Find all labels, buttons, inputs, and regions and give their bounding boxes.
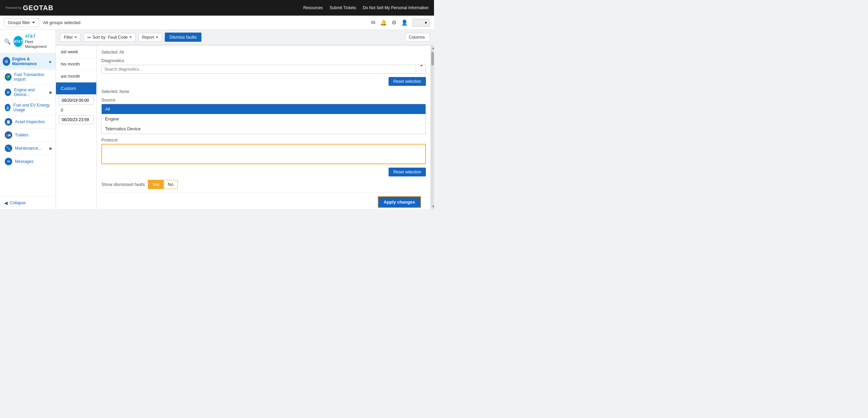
engine-section-icon: ⚙ bbox=[3, 57, 10, 66]
no-button[interactable]: No bbox=[163, 180, 178, 189]
diagnostics-search-input[interactable] bbox=[101, 65, 416, 74]
collapse-button[interactable]: ◀ Collapse bbox=[0, 196, 56, 209]
scroll-thumb[interactable] bbox=[431, 52, 434, 65]
sidebar-item-fuel-import[interactable]: 🧩 Fuel Transaction Import bbox=[0, 70, 56, 85]
source-option-all[interactable]: All bbox=[102, 104, 426, 114]
report-label: Report bbox=[142, 35, 154, 40]
source-option-engine[interactable]: Engine bbox=[102, 114, 426, 124]
sidebar-item-engine-device[interactable]: ⚙ Engine and Device... ▶ bbox=[0, 85, 56, 100]
powered-by-text: Powered by bbox=[5, 6, 22, 10]
user-icon[interactable]: 👤 bbox=[401, 19, 408, 26]
filter-caret bbox=[74, 37, 77, 38]
sidebar-header: 🔍 AT&T AT&T Fleet Management bbox=[0, 30, 56, 53]
dismiss-faults-button[interactable]: Dismiss faults bbox=[165, 33, 201, 42]
protocol-label: Protocol bbox=[101, 137, 426, 142]
engine-device-arrow: ▶ bbox=[50, 90, 52, 95]
filter-button[interactable]: Filter bbox=[60, 33, 81, 42]
report-button[interactable]: Report bbox=[138, 33, 162, 42]
asset-inspection-label: Asset Inspection bbox=[15, 119, 45, 124]
maintenance-icon: 🔧 bbox=[5, 145, 12, 152]
scroll-down-arrow[interactable]: ▼ bbox=[431, 204, 434, 209]
sort-button[interactable]: ≔ Sort by: Fault Code bbox=[83, 33, 136, 42]
section-left: ⚙ Engine & Maintenance bbox=[3, 57, 48, 66]
date-option-last-month[interactable]: ast month bbox=[56, 70, 96, 82]
sidebar-item-asset-inspection[interactable]: 📋 Asset Inspection bbox=[0, 115, 56, 129]
user-dropdown-caret: ▾ bbox=[425, 20, 427, 25]
sort-by-label: Sort by: bbox=[93, 35, 106, 40]
sort-value: Fault Code bbox=[108, 35, 128, 40]
source-label: Source bbox=[101, 97, 426, 102]
fuel-ev-icon: 💧 bbox=[5, 104, 11, 111]
filter-scrollbar[interactable]: ▲ ▼ bbox=[431, 45, 434, 209]
engine-section-header[interactable]: ⚙ Engine & Maintenance ▲ bbox=[0, 53, 56, 70]
scroll-up-arrow[interactable]: ▲ bbox=[431, 45, 434, 51]
groups-filter-button[interactable]: Groups filter bbox=[4, 18, 39, 27]
engine-collapse-arrow: ▲ bbox=[48, 59, 52, 64]
selected-none-text: Selected: None bbox=[101, 89, 426, 94]
date-option-this-month[interactable]: his month bbox=[56, 58, 96, 70]
dismissed-label: Show dismissed faults bbox=[101, 182, 145, 187]
fuel-import-label: Fuel Transaction Import bbox=[14, 72, 52, 82]
geotab-logo: Powered by GEOTAB bbox=[5, 4, 54, 12]
maintenance-label: Maintenance... bbox=[15, 146, 42, 151]
engine-device-icon: ⚙ bbox=[5, 89, 11, 96]
brand-name: GEOTAB bbox=[23, 4, 54, 12]
date-to-input[interactable] bbox=[59, 115, 94, 124]
brand-sub: Fleet Management bbox=[25, 39, 52, 49]
reset-selection-1-button[interactable]: Reset selection bbox=[389, 77, 426, 86]
groups-filter-label: Groups filter bbox=[8, 20, 30, 25]
source-listbox: All Engine Telematics Device bbox=[101, 104, 426, 134]
sidebar-item-trailers[interactable]: 🚛 Trailers bbox=[0, 129, 56, 142]
search-icon[interactable]: 🔍 bbox=[4, 38, 11, 45]
engine-section-title: Engine & Maintenance bbox=[12, 57, 48, 66]
submit-tickets-link[interactable]: Submit Tickets bbox=[330, 5, 356, 10]
maintenance-arrow: ▶ bbox=[50, 146, 52, 151]
diagnostics-row: Diagnostics bbox=[101, 58, 426, 74]
date-zero: 0 bbox=[56, 106, 96, 114]
dismiss-label: Dismiss faults bbox=[170, 35, 197, 40]
date-from-input[interactable] bbox=[59, 96, 94, 105]
date-option-custom[interactable]: Custom bbox=[56, 82, 96, 95]
yes-button[interactable]: Yes bbox=[148, 180, 163, 189]
brand-text: AT&T Fleet Management bbox=[25, 34, 52, 49]
main-layout: 🔍 AT&T AT&T Fleet Management ⚙ Engine & … bbox=[0, 30, 434, 209]
bell-icon[interactable]: 🔔 bbox=[380, 19, 387, 26]
date-option-last-week[interactable]: ast week bbox=[56, 46, 96, 58]
trailers-label: Trailers bbox=[15, 133, 28, 137]
protocol-box[interactable] bbox=[101, 144, 426, 164]
collapse-icon: ◀ bbox=[4, 200, 8, 206]
date-panel: ast week his month ast month Custom 0 bbox=[56, 45, 97, 209]
columns-button[interactable]: Columns bbox=[405, 33, 430, 42]
top-nav-links: Resources Submit Tickets Do Not Sell My … bbox=[303, 5, 429, 10]
user-dropdown[interactable]: ▾ bbox=[413, 19, 430, 27]
groups-bar: Groups filter All groups selected ✉ 🔔 ⚙ … bbox=[0, 16, 434, 30]
do-not-sell-link[interactable]: Do Not Sell My Personal Information bbox=[363, 5, 429, 10]
dismissed-row: Show dismissed faults Yes No bbox=[101, 180, 426, 189]
diagnostics-label: Diagnostics bbox=[101, 58, 426, 63]
source-option-telematics[interactable]: Telematics Device bbox=[102, 124, 426, 134]
filter-form: Selected: All Diagnostics Reset selectio… bbox=[97, 45, 431, 209]
sidebar: 🔍 AT&T AT&T Fleet Management ⚙ Engine & … bbox=[0, 30, 56, 209]
diagnostics-caret bbox=[420, 65, 423, 72]
engine-device-label: Engine and Device... bbox=[14, 88, 47, 97]
reset-selection-2-button[interactable]: Reset selection bbox=[389, 168, 426, 176]
sidebar-item-fuel-ev[interactable]: 💧 Fuel and EV Energy Usage bbox=[0, 100, 56, 115]
apply-changes-button[interactable]: Apply changes bbox=[378, 196, 421, 208]
gear-icon[interactable]: ⚙ bbox=[392, 19, 396, 26]
protocol-row: Protocol bbox=[101, 137, 426, 164]
diagnostics-search-row bbox=[101, 64, 426, 74]
collapse-label: Collapse bbox=[10, 201, 26, 205]
sidebar-item-messages[interactable]: ✉ Messages bbox=[0, 155, 56, 168]
resources-link[interactable]: Resources bbox=[303, 5, 323, 10]
groups-filter-caret bbox=[32, 22, 35, 23]
messages-label: Messages bbox=[15, 159, 34, 164]
yes-no-group: Yes No bbox=[148, 180, 178, 189]
top-icons: ✉ 🔔 ⚙ 👤 ▾ bbox=[371, 19, 430, 27]
diagnostics-dropdown[interactable] bbox=[417, 64, 426, 74]
messages-icon: ✉ bbox=[5, 158, 12, 165]
user-dropdown-label bbox=[416, 20, 423, 25]
sidebar-item-maintenance[interactable]: 🔧 Maintenance... ▶ bbox=[0, 142, 56, 155]
mail-icon[interactable]: ✉ bbox=[371, 19, 375, 26]
columns-label: Columns bbox=[409, 35, 425, 40]
logo-area: Powered by GEOTAB bbox=[5, 4, 54, 12]
